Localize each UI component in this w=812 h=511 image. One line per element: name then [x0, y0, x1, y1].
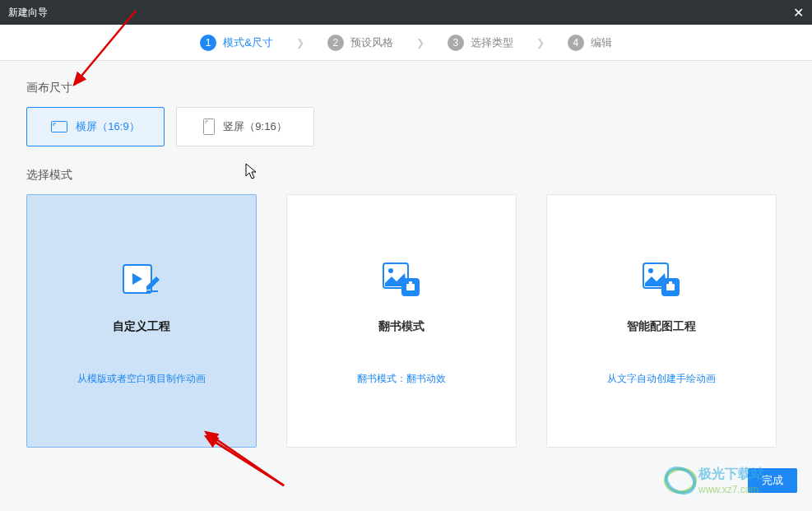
wizard-stepper: 1 模式&尺寸 ❯ 2 预设风格 ❯ 3 选择类型 ❯ 4 编辑 [0, 25, 812, 61]
chevron-right-icon: ❯ [536, 37, 545, 49]
step-label: 模式&尺寸 [223, 35, 273, 50]
svg-rect-7 [406, 284, 415, 290]
portrait-button[interactable]: 竖屏（9:16） [176, 107, 314, 146]
content-area: 画布尺寸 横屏（16:9） 竖屏（9:16） 选择模式 自 [0, 61, 812, 467]
svg-rect-12 [666, 284, 675, 290]
svg-point-5 [388, 268, 393, 273]
landscape-button[interactable]: 横屏（16:9） [26, 107, 165, 146]
finish-button[interactable]: 完成 [748, 468, 797, 493]
portrait-icon [203, 118, 215, 135]
svg-rect-13 [669, 281, 672, 285]
select-mode-heading: 选择模式 [26, 168, 786, 183]
card-smart-image-project[interactable]: 智能配图工程 从文字自动创建手绘动画 [546, 194, 777, 448]
landscape-icon [51, 121, 67, 132]
smart-image-icon [638, 257, 684, 303]
step-2-preset-style[interactable]: 2 预设风格 [327, 35, 393, 51]
close-icon[interactable]: ✕ [793, 5, 804, 21]
chevron-right-icon: ❯ [416, 37, 425, 49]
step-number-icon: 2 [327, 35, 344, 51]
svg-rect-0 [52, 122, 67, 132]
portrait-label: 竖屏（9:16） [223, 119, 286, 134]
step-number-icon: 1 [200, 35, 216, 51]
svg-rect-8 [409, 281, 412, 285]
card-description: 翻书模式：翻书动效 [357, 372, 446, 386]
custom-project-icon [118, 257, 165, 303]
step-label: 选择类型 [471, 35, 513, 50]
card-title: 智能配图工程 [627, 319, 696, 334]
card-title: 翻书模式 [378, 319, 425, 334]
window-title: 新建向导 [8, 6, 48, 20]
svg-point-14 [666, 469, 695, 492]
card-custom-project[interactable]: 自定义工程 从模版或者空白项目制作动画 [26, 194, 257, 448]
mode-cards: 自定义工程 从模版或者空白项目制作动画 翻书模式 翻书模式：翻书动效 [26, 194, 786, 448]
canvas-size-heading: 画布尺寸 [26, 81, 786, 95]
step-3-select-type[interactable]: 3 选择类型 [448, 35, 513, 51]
chevron-right-icon: ❯ [296, 37, 304, 49]
step-4-edit[interactable]: 4 编辑 [568, 35, 612, 51]
svg-point-10 [648, 268, 653, 273]
titlebar: 新建向导 ✕ [0, 0, 812, 25]
step-label: 预设风格 [350, 35, 393, 50]
svg-rect-1 [204, 119, 215, 135]
card-description: 从文字自动创建手绘动画 [607, 372, 716, 386]
step-1-mode-size[interactable]: 1 模式&尺寸 [200, 35, 273, 51]
flipbook-icon [378, 257, 425, 303]
landscape-label: 横屏（16:9） [76, 119, 139, 134]
card-flipbook-mode[interactable]: 翻书模式 翻书模式：翻书动效 [286, 194, 517, 448]
step-number-icon: 3 [448, 35, 464, 51]
card-description: 从模版或者空白项目制作动画 [77, 372, 206, 386]
orientation-row: 横屏（16:9） 竖屏（9:16） [26, 107, 786, 146]
card-title: 自定义工程 [113, 319, 170, 334]
svg-point-15 [664, 463, 699, 498]
step-number-icon: 4 [568, 35, 584, 51]
step-label: 编辑 [591, 35, 612, 50]
